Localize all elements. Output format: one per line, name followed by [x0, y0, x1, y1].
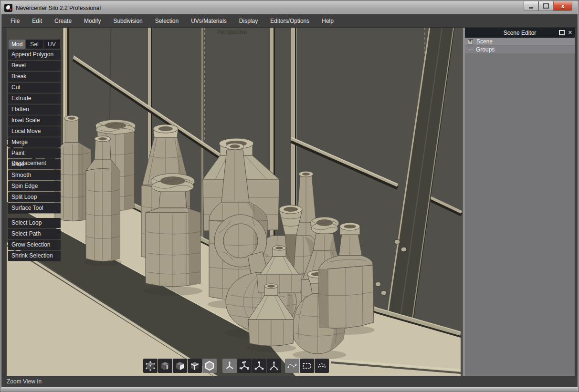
tree-item-scene[interactable]: Scene	[465, 38, 575, 45]
menu-item-create[interactable]: Create	[48, 14, 78, 28]
title-bar[interactable]: Nevercenter Silo 2.2 Professional x	[1, 1, 578, 14]
lasso-select-icon	[316, 360, 327, 371]
tool-button-cut[interactable]: Cut	[8, 83, 61, 93]
viewport-3d[interactable]: Perspective Mod Sel UV Append PolygonBev…	[7, 28, 463, 377]
menu-bar: FileEditCreateModifySubdivisionSelection…	[1, 14, 578, 28]
edge-mode-button[interactable]	[158, 359, 172, 373]
menu-item-file[interactable]: File	[4, 14, 26, 28]
menu-item-editors-options[interactable]: Editors/Options	[264, 14, 316, 28]
window-title: Nevercenter Silo 2.2 Professional	[16, 5, 101, 11]
panel-restore-icon[interactable]	[559, 30, 565, 35]
maximize-icon	[543, 3, 549, 9]
tool-sidebar: Mod Sel UV Append PolygonBevelBreakCutEx…	[8, 39, 61, 262]
viewport-scene	[7, 28, 463, 377]
menu-item-subdivision[interactable]: Subdivision	[107, 14, 148, 28]
object-mode-button[interactable]	[202, 359, 217, 373]
multi-mode-button[interactable]	[188, 359, 202, 373]
minimize-icon	[529, 7, 533, 9]
menu-item-uvs-materials[interactable]: UVs/Materials	[185, 14, 233, 28]
status-bar: Zoom View In	[1, 376, 578, 387]
selection-button-select-path[interactable]: Select Path	[8, 229, 61, 239]
tab-uv[interactable]: UV	[43, 39, 61, 49]
menu-item-selection[interactable]: Selection	[149, 14, 185, 28]
tool-button-break[interactable]: Break	[8, 72, 61, 82]
soft-selection-button[interactable]	[285, 359, 299, 373]
tool-button-local-move[interactable]: Local Move	[8, 126, 61, 136]
tree-item-label: Scene	[476, 38, 493, 45]
translate-arrows-icon	[268, 360, 280, 371]
menu-item-edit[interactable]: Edit	[26, 14, 48, 28]
tool-button-paint-displacement[interactable]: Paint Displacement	[8, 148, 61, 158]
app-icon	[4, 4, 12, 12]
expand-icon[interactable]	[468, 39, 473, 44]
scene-editor-titlebar[interactable]: Scene Editor ✕	[465, 28, 575, 38]
manipulator-group	[222, 359, 281, 373]
vertex-mode-icon	[145, 360, 156, 371]
selection-button-grow-selection[interactable]: Grow Selection	[8, 240, 61, 250]
tool-button-extrude[interactable]: Extrude	[8, 93, 61, 103]
tree-elbow-line	[468, 46, 474, 50]
tool-button-spin-edge[interactable]: Spin Edge	[8, 181, 61, 191]
selection-style-group	[285, 359, 329, 373]
status-text: Zoom View In	[7, 378, 42, 385]
app-window: Nevercenter Silo 2.2 Professional x File…	[0, 0, 579, 392]
scale-manipulator-button[interactable]	[252, 359, 266, 373]
selection-button-group: Select LoopSelect PathGrow SelectionShri…	[8, 218, 61, 261]
tree-item-label: Groups	[476, 46, 495, 53]
soft-selection-icon	[286, 360, 298, 371]
selection-button-select-loop[interactable]: Select Loop	[8, 218, 61, 228]
multi-mode-icon	[189, 360, 200, 371]
selection-button-shrink-selection[interactable]: Shrink Selection	[8, 251, 61, 261]
close-button[interactable]: x	[553, 1, 572, 11]
panel-close-icon[interactable]: ✕	[568, 30, 572, 36]
sidebar-tabs: Mod Sel UV	[8, 39, 61, 49]
tab-mod[interactable]: Mod	[8, 39, 25, 49]
marquee-select-button[interactable]	[300, 359, 314, 373]
bottom-toolbar	[143, 359, 329, 373]
tool-button-merge[interactable]: Merge	[8, 137, 61, 147]
viewport-label: Perspective	[217, 29, 247, 35]
tool-button-smooth[interactable]: Smooth	[8, 170, 61, 180]
selection-mode-group	[143, 359, 217, 373]
face-mode-button[interactable]	[173, 359, 187, 373]
tool-button-flatten[interactable]: Flatten	[8, 104, 61, 114]
tool-button-split-loop[interactable]: Split Loop	[8, 192, 61, 202]
universal-manipulator-button[interactable]	[237, 359, 252, 373]
face-mode-icon	[174, 360, 186, 371]
tree-item-groups[interactable]: Groups	[465, 45, 575, 53]
tool-button-inset-scale[interactable]: Inset Scale	[8, 115, 61, 125]
menu-item-help[interactable]: Help	[316, 14, 340, 28]
tool-button-surface-tool[interactable]: Surface Tool	[8, 203, 61, 213]
universal-manipulator-icon	[239, 360, 250, 371]
tab-sel[interactable]: Sel	[25, 39, 42, 49]
maximize-button[interactable]	[538, 1, 553, 11]
tool-button-append-polygon[interactable]: Append Polygon	[8, 50, 61, 60]
vertex-mode-button[interactable]	[143, 359, 158, 373]
move-manipulator-icon	[224, 360, 235, 371]
window-bottom-border	[1, 387, 578, 391]
menu-item-modify[interactable]: Modify	[78, 14, 107, 28]
tool-button-bevel[interactable]: Bevel	[8, 61, 61, 71]
menu-item-display[interactable]: Display	[233, 14, 264, 28]
lasso-select-button[interactable]	[315, 359, 329, 373]
minimize-button[interactable]	[524, 1, 538, 11]
translate-arrows-button[interactable]	[267, 359, 281, 373]
move-manipulator-button[interactable]	[222, 359, 237, 373]
tool-button-group: Append PolygonBevelBreakCutExtrudeFlatte…	[8, 50, 61, 213]
marquee-select-icon	[301, 360, 313, 371]
edge-mode-icon	[159, 360, 171, 371]
scene-editor-panel: Scene Editor ✕ Scene Groups	[465, 28, 575, 376]
object-mode-icon	[204, 360, 215, 371]
scene-editor-title: Scene Editor	[465, 30, 575, 36]
scale-manipulator-icon	[253, 360, 265, 371]
